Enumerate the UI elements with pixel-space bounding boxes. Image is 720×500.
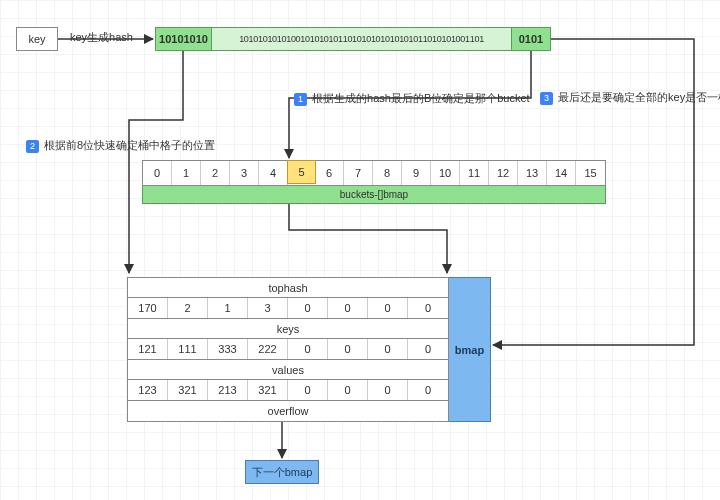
bmap-cell: 0 [288, 380, 328, 400]
bmap-table: tophash 1702130000 keys 1211113332220000… [127, 277, 449, 422]
bmap-cell: 333 [208, 339, 248, 359]
bmap-cell: 3 [248, 298, 288, 318]
bmap-cell: 0 [408, 339, 448, 359]
step-2-label: 2 根据前8位快速确定桶中格子的位置 [26, 138, 215, 153]
bmap-cell: 1 [208, 298, 248, 318]
bucket-cell-5: 5 [287, 160, 316, 184]
step-2-text: 根据前8位快速确定桶中格子的位置 [44, 139, 215, 151]
bmap-cell: 0 [288, 298, 328, 318]
bucket-cell-3: 3 [230, 161, 259, 185]
bmap-cell: 0 [328, 339, 368, 359]
hash-high-8bits: 10101010 [156, 28, 212, 50]
diagram-canvas: key key生成hash 10101010 10101010101001010… [0, 0, 720, 500]
arrow-layer [0, 0, 720, 500]
step-3-label: 3 最后还是要确定全部的key是否一样 [540, 90, 720, 105]
key-box-label: key [28, 33, 45, 45]
bmap-row-tophash: 1702130000 [128, 298, 448, 319]
bucket-cell-9: 9 [402, 161, 431, 185]
bucket-cell-13: 13 [518, 161, 547, 185]
step-1-badge: 1 [294, 93, 307, 106]
bucket-cell-10: 10 [431, 161, 460, 185]
bucket-cell-11: 11 [460, 161, 489, 185]
bucket-cell-1: 1 [172, 161, 201, 185]
bmap-side-label: bmap [449, 277, 491, 422]
bmap-cell: 321 [248, 380, 288, 400]
bucket-cell-15: 15 [576, 161, 605, 185]
bucket-cell-7: 7 [344, 161, 373, 185]
bmap-row-values: 1233212133210000 [128, 380, 448, 401]
bmap-cell: 0 [408, 380, 448, 400]
bucket-cell-0: 0 [143, 161, 172, 185]
step-1-text: 根据生成的hash最后的B位确定是那个bucket [312, 92, 530, 104]
bmap-header-keys: keys [128, 319, 448, 339]
bmap-cell: 111 [168, 339, 208, 359]
bucket-cell-14: 14 [547, 161, 576, 185]
bmap-cell: 123 [128, 380, 168, 400]
bmap-header-values: values [128, 360, 448, 380]
next-bmap-label: 下一个bmap [252, 465, 313, 480]
bmap-cell: 213 [208, 380, 248, 400]
bmap-cell: 121 [128, 339, 168, 359]
key-box: key [16, 27, 58, 51]
hash-low-B-bits: 0101 [512, 28, 550, 50]
bmap-cell: 0 [408, 298, 448, 318]
bucket-cell-2: 2 [201, 161, 230, 185]
step-3-badge: 3 [540, 92, 553, 105]
buckets-caption: buckets-[]bmap [142, 186, 606, 204]
buckets-row: 0123456789101112131415 [142, 160, 606, 186]
next-bmap-box: 下一个bmap [245, 460, 319, 484]
bucket-cell-8: 8 [373, 161, 402, 185]
step-2-badge: 2 [26, 140, 39, 153]
bmap-header-tophash: tophash [128, 278, 448, 298]
bmap-cell: 0 [328, 380, 368, 400]
bmap-cell: 222 [248, 339, 288, 359]
step-3-text: 最后还是要确定全部的key是否一样 [558, 91, 720, 103]
hash-value: 10101010 1010101010100101010101101010101… [155, 27, 551, 51]
edge-label-keygen: key生成hash [70, 30, 133, 45]
bmap-cell: 0 [368, 339, 408, 359]
bmap-cell: 0 [288, 339, 328, 359]
bmap-cell: 321 [168, 380, 208, 400]
bmap-struct: tophash 1702130000 keys 1211113332220000… [127, 277, 491, 422]
bmap-cell: 170 [128, 298, 168, 318]
bucket-cell-6: 6 [315, 161, 344, 185]
hash-middle-bits: 1010101010100101010101101010101010101011… [212, 28, 512, 50]
step-1-label: 1 根据生成的hash最后的B位确定是那个bucket [294, 91, 530, 106]
bmap-cell: 0 [368, 380, 408, 400]
buckets-array: 0123456789101112131415 buckets-[]bmap [142, 160, 606, 204]
bmap-cell: 0 [368, 298, 408, 318]
bmap-cell: 2 [168, 298, 208, 318]
bucket-cell-4: 4 [259, 161, 288, 185]
bmap-header-overflow: overflow [128, 401, 448, 421]
bucket-cell-12: 12 [489, 161, 518, 185]
bmap-row-keys: 1211113332220000 [128, 339, 448, 360]
bmap-cell: 0 [328, 298, 368, 318]
